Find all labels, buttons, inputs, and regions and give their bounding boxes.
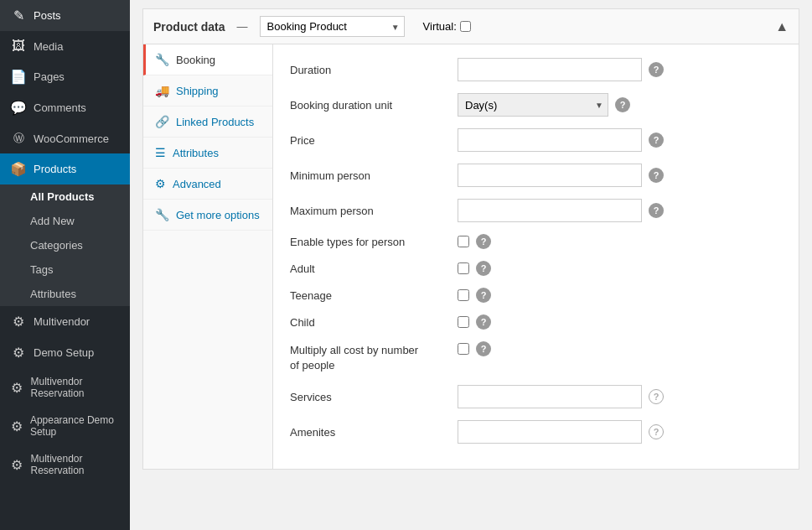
- appearance-demo-setup-icon: ⚙: [10, 418, 23, 434]
- main-content: Product data — Booking Product Simple pr…: [130, 0, 812, 530]
- enable-types-checkbox[interactable]: [458, 236, 469, 247]
- multiply-label-text: Multiply all cost by numberof people: [290, 344, 418, 372]
- sidebar-item-categories[interactable]: Categories: [0, 233, 130, 257]
- advanced-tab-label: Advanced: [173, 178, 221, 190]
- services-field-wrap: ?: [458, 385, 782, 408]
- adult-help-icon[interactable]: ?: [476, 261, 491, 276]
- sidebar-item-multivendor-reservation2[interactable]: ⚙ Multivendor Reservation: [0, 445, 130, 484]
- booking-duration-unit-field-wrap: Day(s) Hour(s) Minute(s) ?: [458, 93, 782, 117]
- sidebar-item-comments[interactable]: 💬 Comments: [0, 92, 130, 123]
- booking-duration-unit-select-wrap[interactable]: Day(s) Hour(s) Minute(s): [458, 93, 608, 117]
- get-more-options-tab-icon: 🔧: [155, 208, 169, 221]
- linked-products-tab-icon: 🔗: [155, 115, 169, 128]
- price-input[interactable]: [458, 128, 642, 152]
- product-type-select-wrap[interactable]: Booking Product Simple product Grouped p…: [260, 16, 405, 37]
- teenage-checkbox[interactable]: [458, 289, 469, 301]
- child-checkbox[interactable]: [458, 316, 469, 328]
- tab-attributes[interactable]: ☰ Attributes: [143, 138, 272, 169]
- services-input[interactable]: [458, 385, 642, 408]
- amenites-label: Amenites: [290, 426, 458, 439]
- shipping-tab-icon: 🚚: [155, 84, 169, 97]
- tab-booking[interactable]: 🔧 Booking: [143, 44, 272, 75]
- duration-row: Duration ?: [290, 58, 782, 81]
- tab-advanced[interactable]: ⚙ Advanced: [143, 169, 272, 200]
- price-help-icon[interactable]: ?: [649, 132, 664, 148]
- amenites-help-icon[interactable]: ?: [649, 424, 664, 439]
- sidebar-item-label: Demo Setup: [34, 346, 94, 359]
- tab-linked-products[interactable]: 🔗 Linked Products: [143, 107, 272, 138]
- pages-icon: 📄: [10, 69, 27, 85]
- attributes-tab-label: Attributes: [173, 147, 219, 159]
- enable-types-help-icon[interactable]: ?: [476, 234, 491, 249]
- amenites-row: Amenites ?: [290, 420, 782, 444]
- sidebar-item-demo-setup[interactable]: ⚙ Demo Setup: [0, 337, 130, 368]
- sidebar-item-products[interactable]: 📦 Products: [0, 153, 130, 184]
- services-help-icon[interactable]: ?: [649, 389, 664, 404]
- child-help-icon[interactable]: ?: [476, 314, 491, 330]
- minimum-person-input[interactable]: [458, 164, 642, 187]
- minimum-person-help-icon[interactable]: ?: [649, 168, 664, 183]
- minimum-person-row: Minimum person ?: [290, 164, 782, 187]
- sidebar-item-tags[interactable]: Tags: [0, 257, 130, 282]
- sidebar-item-posts[interactable]: ✎ Posts: [0, 0, 130, 31]
- attributes-tab-icon: ☰: [155, 146, 166, 159]
- duration-help-icon[interactable]: ?: [649, 62, 664, 77]
- enable-types-row: Enable types for person ?: [290, 234, 782, 249]
- price-label: Price: [290, 134, 458, 147]
- maximum-person-row: Maximum person ?: [290, 199, 782, 222]
- booking-duration-unit-select[interactable]: Day(s) Hour(s) Minute(s): [458, 93, 608, 117]
- price-row: Price ?: [290, 128, 782, 152]
- services-label: Services: [290, 391, 458, 403]
- services-row: Services ?: [290, 385, 782, 408]
- sidebar-item-multivendor-reservation[interactable]: ⚙ Multivendor Reservation: [0, 368, 130, 407]
- sidebar-item-woocommerce[interactable]: Ⓦ WooCommerce: [0, 123, 130, 153]
- attributes-label: Attributes: [30, 288, 76, 300]
- maximum-person-input[interactable]: [458, 199, 642, 222]
- multiply-row: Multiply all cost by numberof people ?: [290, 341, 782, 373]
- sidebar-item-pages[interactable]: 📄 Pages: [0, 61, 130, 92]
- multiply-help-icon[interactable]: ?: [476, 341, 491, 356]
- product-type-select[interactable]: Booking Product Simple product Grouped p…: [260, 16, 405, 37]
- sidebar-item-appearance-demo-setup[interactable]: ⚙ Appearance Demo Setup: [0, 407, 130, 445]
- adult-label: Adult: [290, 262, 458, 275]
- categories-label: Categories: [30, 239, 83, 252]
- posts-icon: ✎: [10, 8, 27, 23]
- multiply-checkbox[interactable]: [458, 343, 469, 355]
- multivendor-reservation-icon: ⚙: [10, 380, 23, 396]
- sidebar-item-attributes[interactable]: Attributes: [0, 282, 130, 306]
- tags-label: Tags: [30, 263, 53, 276]
- sidebar-item-all-products[interactable]: All Products: [0, 184, 130, 209]
- duration-input[interactable]: [458, 58, 642, 81]
- amenites-field-wrap: ?: [458, 420, 782, 444]
- multivendor-reservation2-icon: ⚙: [10, 457, 23, 473]
- booking-duration-unit-help-icon[interactable]: ?: [615, 97, 630, 112]
- tab-shipping[interactable]: 🚚 Shipping: [143, 75, 272, 107]
- multivendor-icon: ⚙: [10, 314, 27, 330]
- sidebar-item-label: Media: [34, 40, 63, 53]
- shipping-tab-label: Shipping: [176, 85, 219, 97]
- sidebar-item-label: Appearance Demo Setup: [30, 414, 120, 438]
- sidebar-item-add-new[interactable]: Add New: [0, 209, 130, 233]
- maximum-person-help-icon[interactable]: ?: [649, 203, 664, 218]
- teenage-help-icon[interactable]: ?: [476, 288, 491, 303]
- sidebar-item-multivendor[interactable]: ⚙ Multivendor: [0, 306, 130, 337]
- adult-checkbox[interactable]: [458, 262, 469, 274]
- maximum-person-label: Maximum person: [290, 205, 458, 217]
- collapse-button[interactable]: ▲: [775, 19, 789, 34]
- booking-tab-icon: 🔧: [155, 53, 169, 66]
- panel-body: 🔧 Booking 🚚 Shipping 🔗 Linked Products ☰…: [143, 44, 799, 469]
- duration-label: Duration: [290, 64, 458, 76]
- product-data-header: Product data — Booking Product Simple pr…: [143, 9, 799, 44]
- sidebar-item-media[interactable]: 🖼 Media: [0, 31, 130, 61]
- woocommerce-icon: Ⓦ: [10, 131, 27, 146]
- amenites-input[interactable]: [458, 420, 642, 444]
- products-icon: 📦: [10, 161, 27, 177]
- child-row: Child ?: [290, 314, 782, 330]
- tab-get-more-options[interactable]: 🔧 Get more options: [143, 200, 272, 231]
- duration-field-wrap: ?: [458, 58, 782, 81]
- product-data-panel: Product data — Booking Product Simple pr…: [142, 8, 799, 470]
- sidebar-item-label: WooCommerce: [34, 132, 109, 145]
- virtual-checkbox[interactable]: [460, 21, 471, 32]
- price-field-wrap: ?: [458, 128, 782, 152]
- virtual-wrap: Virtual:: [423, 20, 471, 33]
